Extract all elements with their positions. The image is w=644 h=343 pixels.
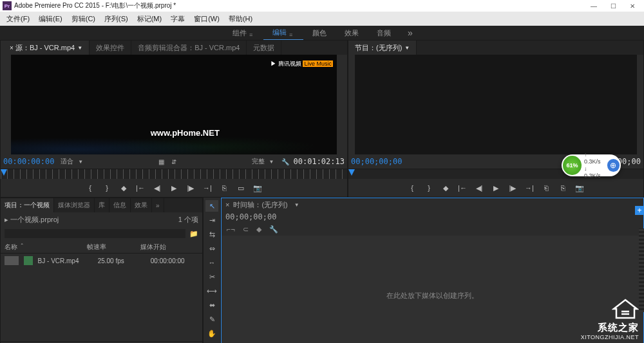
add-panel-button[interactable]: + — [635, 206, 644, 215]
widget-expand-icon[interactable]: ⊕ — [607, 159, 620, 172]
mark-out-button[interactable]: } — [424, 184, 433, 192]
program-preview[interactable] — [355, 55, 637, 154]
menu-edit[interactable]: 编辑(E) — [35, 14, 66, 24]
snap-button[interactable]: ⌐¬ — [227, 225, 235, 233]
table-row[interactable]: BJ - VCR.mp4 25.00 fps 00:00:00:00 — [1, 254, 202, 268]
clip-thumbnail — [5, 256, 19, 265]
chevron-down-icon[interactable]: ▼ — [404, 45, 410, 51]
clip-fps: 25.00 fps — [98, 257, 146, 264]
mark-in-button[interactable]: { — [86, 184, 95, 192]
site-watermark: 系统之家 XITONGZHIJIA.NET — [581, 299, 639, 340]
network-speed-widget[interactable]: 61% ↑ 0.3K/s ↓ 0.3K/s ⊕ — [562, 154, 621, 176]
rate-stretch-tool[interactable]: ↔ — [205, 257, 218, 268]
menu-file[interactable]: 文件(F) — [3, 14, 33, 24]
tab-libraries[interactable]: 库 — [95, 198, 109, 212]
source-preview[interactable]: ▶ 腾讯视频 Live Music www.pHome.NET — [11, 55, 337, 154]
tab-media-browser[interactable]: 媒体浏览器 — [54, 198, 95, 212]
go-to-in-button[interactable]: |← — [458, 184, 467, 192]
add-marker-button[interactable]: ◆ — [256, 225, 261, 234]
window-title: Adobe Premiere Pro CC 2015 - F:\电影\一个视频.… — [14, 1, 585, 10]
workspace-tab-editing[interactable]: 编辑 — [263, 26, 303, 40]
step-forward-button[interactable]: |▶ — [508, 184, 517, 192]
menu-help[interactable]: 帮助(H) — [225, 14, 256, 24]
tab-effects[interactable]: 效果 — [131, 198, 152, 212]
project-panel: 项目：一个视频 媒体浏览器 库 信息 效果 » ▸ 一个视频.prproj 1 … — [0, 198, 203, 343]
rolling-edit-tool[interactable]: ⇔ — [205, 243, 218, 254]
col-start-header[interactable]: 媒体开始 — [140, 243, 189, 252]
timeline-timecode[interactable]: 00;00;00;00 — [222, 211, 643, 223]
track-select-tool[interactable]: ⇥ — [205, 214, 218, 226]
extract-button[interactable]: ⎘ — [558, 184, 567, 192]
source-fit-dropdown[interactable]: 适合 ▼ — [58, 157, 86, 166]
slip-tool[interactable]: ⟷ — [205, 285, 218, 297]
resolution-icon[interactable]: ▦ — [156, 158, 166, 165]
step-back-button[interactable]: ◀| — [475, 184, 484, 192]
export-frame-button[interactable]: 📷 — [253, 184, 262, 192]
slide-tool[interactable]: ⬌ — [205, 299, 218, 311]
timeline-settings-button[interactable]: 🔧 — [269, 225, 278, 234]
workspace-tab-audio[interactable]: 音频 — [368, 26, 400, 40]
tab-effect-controls[interactable]: 效果控件 — [90, 41, 131, 55]
selection-tool[interactable]: ↖ — [205, 200, 218, 212]
tab-source[interactable]: × 源：BJ - VCR.mp4▼ — [1, 41, 90, 55]
workspace-tab-effects[interactable]: 效果 — [336, 26, 368, 40]
insert-button[interactable]: ⎘ — [220, 184, 229, 192]
menu-marker[interactable]: 标记(M) — [133, 14, 166, 24]
program-in-timecode[interactable]: 00;00;00;00 — [351, 157, 402, 166]
lift-button[interactable]: ⎗ — [542, 184, 551, 192]
source-resolution-dropdown[interactable]: 完整 ▼ — [249, 157, 277, 166]
tab-program[interactable]: 节目：(无序列)▼ — [348, 41, 417, 55]
col-fps-header[interactable]: 帧速率 — [87, 243, 135, 252]
hand-tool[interactable]: ✋ — [205, 328, 218, 339]
mark-in-button[interactable]: { — [408, 184, 417, 192]
pen-tool[interactable]: ✎ — [205, 313, 218, 325]
export-frame-button[interactable]: 📷 — [575, 184, 584, 192]
playhead-icon[interactable] — [348, 169, 355, 176]
menu-title[interactable]: 字幕 — [167, 14, 189, 24]
filter-field[interactable] — [5, 229, 185, 238]
tab-info[interactable]: 信息 — [109, 198, 131, 212]
overwrite-button[interactable]: ▭ — [236, 184, 245, 192]
close-icon[interactable]: × — [10, 44, 14, 51]
close-icon[interactable]: × — [225, 201, 229, 209]
mark-out-button[interactable]: } — [102, 184, 111, 192]
chevron-down-icon[interactable]: ▼ — [294, 202, 299, 208]
workspace-tab-assembly[interactable]: 组件 — [223, 26, 263, 40]
razor-tool[interactable]: ✂ — [205, 271, 218, 283]
ripple-edit-tool[interactable]: ⇆ — [205, 228, 218, 240]
wrench-icon[interactable]: 🔧 — [281, 158, 290, 165]
minimize-button[interactable]: — — [585, 1, 603, 11]
tab-audio-clip-mixer[interactable]: 音频剪辑混合器：BJ - VCR.mp4 — [131, 41, 247, 55]
col-name-header[interactable]: 名称 ˆ — [5, 243, 82, 252]
menu-sequence[interactable]: 序列(S) — [100, 14, 132, 24]
play-button[interactable]: ▶ — [169, 184, 178, 192]
go-to-in-button[interactable]: |← — [136, 184, 145, 192]
menu-window[interactable]: 窗口(W) — [190, 14, 223, 24]
step-back-button[interactable]: ◀| — [153, 184, 162, 192]
folder-icon[interactable]: 📁 — [189, 230, 198, 238]
source-in-timecode[interactable]: 00:00:00:00 — [3, 157, 54, 166]
tab-metadata[interactable]: 元数据 — [247, 41, 281, 55]
close-button[interactable]: ✕ — [623, 1, 641, 11]
linked-selection-button[interactable]: ⊂ — [243, 225, 249, 234]
workspace-overflow[interactable]: » — [400, 28, 421, 38]
workspace-tab-color[interactable]: 颜色 — [303, 26, 336, 40]
title-bar: Pr Adobe Premiere Pro CC 2015 - F:\电影\一个… — [0, 0, 644, 12]
play-button[interactable]: ▶ — [491, 184, 500, 192]
menu-clip[interactable]: 剪辑(C) — [68, 14, 99, 24]
add-marker-button[interactable]: ◆ — [119, 184, 128, 192]
source-time-ruler[interactable] — [1, 169, 347, 179]
tab-project[interactable]: 项目：一个视频 — [1, 198, 54, 212]
go-to-out-button[interactable]: →| — [203, 184, 212, 192]
add-marker-button[interactable]: ◆ — [441, 184, 450, 192]
program-transport: { } ◆ |← ◀| ▶ |▶ →| ⎗ ⎘ 📷 — [348, 179, 643, 197]
go-to-out-button[interactable]: →| — [525, 184, 534, 192]
chevron-down-icon[interactable]: ▼ — [77, 45, 82, 51]
tab-overflow[interactable]: » — [152, 198, 164, 212]
maximize-button[interactable]: ☐ — [604, 1, 622, 11]
house-icon — [612, 299, 639, 319]
settings-stepper-icon[interactable]: ⇵ — [169, 158, 178, 165]
source-out-timecode[interactable]: 00:01:02:13 — [294, 157, 345, 166]
step-forward-button[interactable]: |▶ — [186, 184, 195, 192]
phome-watermark: www.pHome.NET — [151, 128, 220, 138]
